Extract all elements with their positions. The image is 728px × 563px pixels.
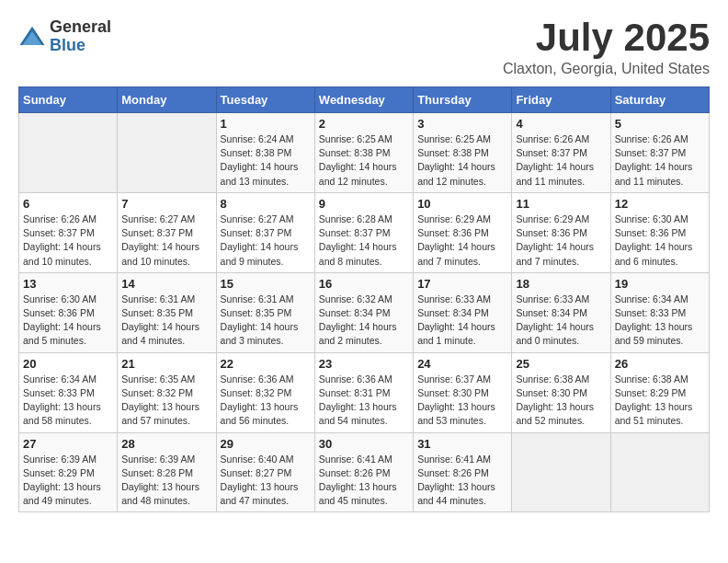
calendar-cell: 14Sunrise: 6:31 AMSunset: 8:35 PMDayligh… — [118, 272, 216, 352]
day-info: Sunrise: 6:27 AMSunset: 8:37 PMDaylight:… — [121, 213, 211, 269]
day-info: Sunrise: 6:39 AMSunset: 8:28 PMDaylight:… — [121, 453, 211, 509]
day-number: 10 — [417, 197, 507, 211]
calendar-cell: 12Sunrise: 6:30 AMSunset: 8:36 PMDayligh… — [610, 192, 709, 272]
calendar-body: 1Sunrise: 6:24 AMSunset: 8:38 PMDaylight… — [19, 113, 710, 512]
day-number: 14 — [121, 277, 211, 291]
month-title: July 2025 — [503, 18, 710, 57]
day-info: Sunrise: 6:39 AMSunset: 8:29 PMDaylight:… — [23, 453, 113, 509]
calendar-cell: 24Sunrise: 6:37 AMSunset: 8:30 PMDayligh… — [414, 352, 512, 432]
logo-blue: Blue — [50, 37, 111, 55]
day-number: 20 — [23, 357, 113, 371]
day-number: 21 — [121, 357, 211, 371]
day-info: Sunrise: 6:38 AMSunset: 8:29 PMDaylight:… — [615, 373, 705, 429]
calendar-week: 1Sunrise: 6:24 AMSunset: 8:38 PMDaylight… — [19, 113, 710, 193]
page-header: General Blue July 2025 Claxton, Georgia,… — [18, 18, 710, 77]
day-number: 2 — [319, 117, 409, 131]
day-number: 7 — [121, 197, 211, 211]
day-number: 6 — [23, 197, 113, 211]
calendar-cell: 27Sunrise: 6:39 AMSunset: 8:29 PMDayligh… — [19, 432, 118, 512]
header-day: Saturday — [610, 87, 709, 113]
day-info: Sunrise: 6:26 AMSunset: 8:37 PMDaylight:… — [516, 132, 606, 189]
calendar-cell: 29Sunrise: 6:40 AMSunset: 8:27 PMDayligh… — [216, 432, 314, 512]
day-number: 24 — [417, 357, 507, 371]
day-info: Sunrise: 6:27 AMSunset: 8:37 PMDaylight:… — [221, 213, 311, 269]
day-info: Sunrise: 6:34 AMSunset: 8:33 PMDaylight:… — [23, 373, 113, 429]
day-number: 9 — [319, 197, 409, 211]
day-number: 29 — [221, 437, 311, 451]
calendar-week: 6Sunrise: 6:26 AMSunset: 8:37 PMDaylight… — [19, 192, 710, 272]
day-number: 22 — [221, 357, 311, 371]
day-number: 30 — [319, 437, 409, 451]
day-info: Sunrise: 6:36 AMSunset: 8:31 PMDaylight:… — [319, 373, 409, 429]
day-info: Sunrise: 6:28 AMSunset: 8:37 PMDaylight:… — [319, 213, 409, 269]
calendar-cell — [610, 432, 709, 512]
calendar-week: 20Sunrise: 6:34 AMSunset: 8:33 PMDayligh… — [19, 352, 710, 432]
day-number: 28 — [121, 437, 211, 451]
calendar-cell: 23Sunrise: 6:36 AMSunset: 8:31 PMDayligh… — [314, 352, 413, 432]
day-info: Sunrise: 6:31 AMSunset: 8:35 PMDaylight:… — [121, 293, 211, 349]
day-info: Sunrise: 6:30 AMSunset: 8:36 PMDaylight:… — [615, 213, 705, 269]
calendar-table: SundayMondayTuesdayWednesdayThursdayFrid… — [18, 86, 710, 512]
calendar-cell: 15Sunrise: 6:31 AMSunset: 8:35 PMDayligh… — [216, 272, 314, 352]
logo-icon — [18, 23, 46, 51]
calendar-cell: 21Sunrise: 6:35 AMSunset: 8:32 PMDayligh… — [118, 352, 216, 432]
logo-text: General Blue — [50, 18, 111, 55]
calendar-cell: 22Sunrise: 6:36 AMSunset: 8:32 PMDayligh… — [216, 352, 314, 432]
day-number: 8 — [221, 197, 311, 211]
calendar-cell: 3Sunrise: 6:25 AMSunset: 8:38 PMDaylight… — [414, 113, 512, 193]
header-day: Sunday — [19, 87, 118, 113]
day-number: 27 — [23, 437, 113, 451]
calendar-cell: 2Sunrise: 6:25 AMSunset: 8:38 PMDaylight… — [314, 113, 413, 193]
day-info: Sunrise: 6:26 AMSunset: 8:37 PMDaylight:… — [615, 132, 705, 189]
day-number: 11 — [516, 197, 606, 211]
calendar-cell: 5Sunrise: 6:26 AMSunset: 8:37 PMDaylight… — [610, 113, 709, 193]
calendar-week: 27Sunrise: 6:39 AMSunset: 8:29 PMDayligh… — [19, 432, 710, 512]
day-info: Sunrise: 6:30 AMSunset: 8:36 PMDaylight:… — [23, 293, 113, 349]
logo: General Blue — [18, 18, 111, 55]
calendar-cell: 31Sunrise: 6:41 AMSunset: 8:26 PMDayligh… — [414, 432, 512, 512]
day-info: Sunrise: 6:29 AMSunset: 8:36 PMDaylight:… — [417, 213, 507, 269]
logo-general: General — [50, 18, 111, 37]
day-info: Sunrise: 6:33 AMSunset: 8:34 PMDaylight:… — [516, 293, 606, 349]
day-number: 4 — [516, 117, 606, 131]
day-number: 19 — [615, 277, 705, 291]
day-info: Sunrise: 6:41 AMSunset: 8:26 PMDaylight:… — [417, 453, 507, 509]
day-number: 1 — [221, 117, 311, 131]
calendar-cell: 25Sunrise: 6:38 AMSunset: 8:30 PMDayligh… — [512, 352, 610, 432]
header-day: Tuesday — [216, 87, 314, 113]
day-number: 3 — [417, 117, 507, 131]
calendar-cell: 17Sunrise: 6:33 AMSunset: 8:34 PMDayligh… — [414, 272, 512, 352]
day-number: 5 — [615, 117, 705, 131]
day-info: Sunrise: 6:38 AMSunset: 8:30 PMDaylight:… — [516, 373, 606, 429]
day-info: Sunrise: 6:29 AMSunset: 8:36 PMDaylight:… — [516, 213, 606, 269]
calendar-cell: 18Sunrise: 6:33 AMSunset: 8:34 PMDayligh… — [512, 272, 610, 352]
header-day: Wednesday — [314, 87, 413, 113]
calendar-cell: 10Sunrise: 6:29 AMSunset: 8:36 PMDayligh… — [414, 192, 512, 272]
calendar-cell: 30Sunrise: 6:41 AMSunset: 8:26 PMDayligh… — [314, 432, 413, 512]
header-day: Monday — [118, 87, 216, 113]
calendar-header: SundayMondayTuesdayWednesdayThursdayFrid… — [19, 87, 710, 113]
day-info: Sunrise: 6:34 AMSunset: 8:33 PMDaylight:… — [615, 293, 705, 349]
calendar-cell — [512, 432, 610, 512]
day-number: 23 — [319, 357, 409, 371]
title-area: July 2025 Claxton, Georgia, United State… — [503, 18, 710, 77]
day-info: Sunrise: 6:40 AMSunset: 8:27 PMDaylight:… — [221, 453, 311, 509]
day-info: Sunrise: 6:25 AMSunset: 8:38 PMDaylight:… — [417, 132, 507, 189]
calendar-cell — [118, 113, 216, 193]
calendar-cell: 20Sunrise: 6:34 AMSunset: 8:33 PMDayligh… — [19, 352, 118, 432]
location: Claxton, Georgia, United States — [503, 61, 710, 77]
day-number: 17 — [417, 277, 507, 291]
day-number: 25 — [516, 357, 606, 371]
calendar-cell — [19, 113, 118, 193]
day-info: Sunrise: 6:35 AMSunset: 8:32 PMDaylight:… — [121, 373, 211, 429]
calendar-cell: 16Sunrise: 6:32 AMSunset: 8:34 PMDayligh… — [314, 272, 413, 352]
day-number: 15 — [221, 277, 311, 291]
day-info: Sunrise: 6:37 AMSunset: 8:30 PMDaylight:… — [417, 373, 507, 429]
calendar-cell: 11Sunrise: 6:29 AMSunset: 8:36 PMDayligh… — [512, 192, 610, 272]
calendar-cell: 1Sunrise: 6:24 AMSunset: 8:38 PMDaylight… — [216, 113, 314, 193]
day-info: Sunrise: 6:33 AMSunset: 8:34 PMDaylight:… — [417, 293, 507, 349]
calendar-cell: 19Sunrise: 6:34 AMSunset: 8:33 PMDayligh… — [610, 272, 709, 352]
day-info: Sunrise: 6:24 AMSunset: 8:38 PMDaylight:… — [221, 132, 311, 189]
calendar-cell: 8Sunrise: 6:27 AMSunset: 8:37 PMDaylight… — [216, 192, 314, 272]
day-info: Sunrise: 6:31 AMSunset: 8:35 PMDaylight:… — [221, 293, 311, 349]
